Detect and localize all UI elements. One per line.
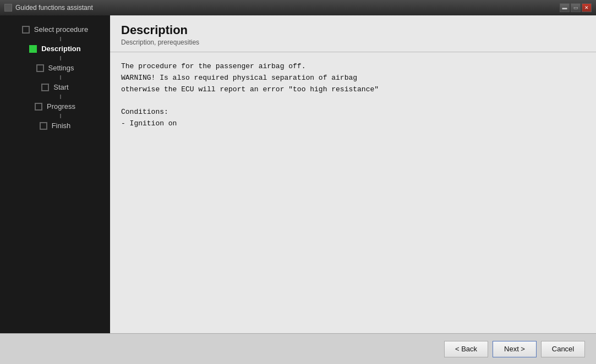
back-button[interactable]: < Back (444, 341, 488, 357)
next-button[interactable]: Next > (493, 341, 537, 357)
window-controls: ▬ ▭ ✕ (560, 3, 592, 12)
close-button[interactable]: ✕ (582, 3, 592, 12)
step-connector-4 (60, 95, 61, 99)
content-area: Select procedure Description Settings (0, 15, 596, 333)
step-connector-2 (60, 56, 61, 60)
step-indicator-select-procedure (22, 26, 30, 34)
sidebar-item-progress[interactable]: Progress (28, 99, 82, 114)
step-indicator-description (29, 45, 37, 53)
content-header: Description Description, prerequesities (110, 15, 596, 52)
content-body: The procedure for the passenger airbag o… (110, 52, 596, 333)
step-indicator-finish (40, 122, 47, 130)
sidebar-item-settings[interactable]: Settings (30, 60, 81, 75)
maximize-button[interactable]: ▭ (571, 3, 581, 12)
minimize-button[interactable]: ▬ (560, 3, 570, 12)
title-bar-text: Guided functions assistant (15, 4, 556, 12)
sidebar-label-start: Start (53, 83, 68, 91)
app-icon (4, 4, 12, 12)
footer: < Back Next > Cancel (0, 333, 596, 364)
step-indicator-start (41, 84, 49, 91)
sidebar-label-finish: Finish (52, 122, 71, 130)
sidebar-item-start[interactable]: Start (35, 80, 75, 95)
sidebar-label-description: Description (41, 45, 81, 53)
sidebar-item-description[interactable]: Description (23, 41, 88, 56)
sidebar-label-select-procedure: Select procedure (34, 25, 88, 34)
sidebar-item-select-procedure[interactable]: Select procedure (15, 22, 95, 37)
content-subtitle: Description, prerequesities (121, 38, 585, 46)
sidebar: Select procedure Description Settings (0, 15, 110, 333)
title-bar: Guided functions assistant ▬ ▭ ✕ (0, 0, 596, 15)
sidebar-item-finish[interactable]: Finish (33, 118, 78, 133)
description-text: The procedure for the passenger airbag o… (121, 61, 585, 130)
content-title: Description (121, 23, 585, 37)
sidebar-label-settings: Settings (48, 64, 74, 72)
cancel-button[interactable]: Cancel (541, 341, 585, 357)
right-content: Description Description, prerequesities … (110, 15, 596, 333)
step-connector-5 (60, 114, 61, 118)
step-connector-1 (60, 37, 61, 41)
sidebar-label-progress: Progress (47, 102, 75, 111)
step-indicator-settings (36, 64, 44, 72)
step-connector-3 (60, 75, 61, 80)
main-container: Select procedure Description Settings (0, 15, 596, 364)
step-indicator-progress (35, 103, 42, 111)
